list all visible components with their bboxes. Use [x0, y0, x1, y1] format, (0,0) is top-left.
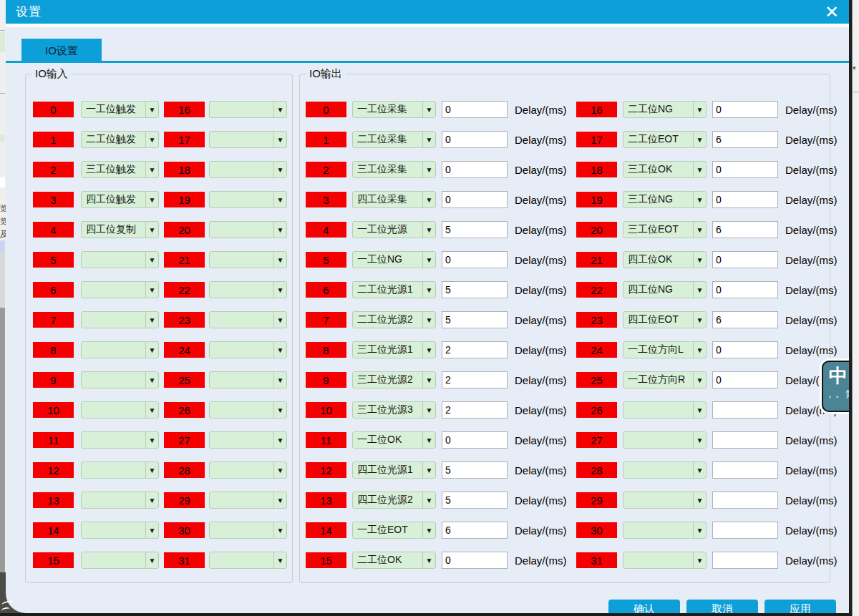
delay-input[interactable] [712, 492, 778, 509]
delay-input[interactable] [442, 401, 508, 419]
delay-input[interactable] [442, 431, 508, 449]
confirm-button[interactable]: 确认 [608, 600, 680, 613]
io-function-select[interactable]: 一工位OK▼ [352, 431, 436, 449]
io-function-select[interactable]: ▼ [81, 371, 159, 388]
io-function-select[interactable]: 一工位触发▼ [81, 101, 159, 118]
io-function-select[interactable]: 一工位方向R▼ [623, 371, 707, 388]
delay-input[interactable] [712, 221, 778, 238]
io-function-select[interactable]: ▼ [81, 341, 159, 358]
delay-input[interactable] [712, 371, 778, 388]
io-function-select[interactable]: ▼ [209, 341, 287, 358]
delay-input[interactable] [712, 401, 778, 419]
io-function-select[interactable]: ▼ [209, 492, 287, 509]
io-function-select[interactable]: 四工位采集▼ [352, 191, 436, 208]
delay-input[interactable] [442, 161, 508, 178]
delay-input[interactable] [712, 281, 778, 298]
io-function-select[interactable]: ▼ [209, 251, 287, 268]
delay-input[interactable] [442, 311, 508, 328]
io-function-select[interactable]: ▼ [81, 461, 159, 479]
io-function-select[interactable]: ▼ [209, 461, 287, 479]
io-function-select[interactable]: 一工位采集▼ [352, 101, 436, 118]
delay-input[interactable] [442, 461, 508, 479]
delay-input[interactable] [712, 251, 778, 268]
delay-input[interactable] [442, 191, 508, 208]
io-function-select[interactable]: ▼ [209, 101, 287, 118]
delay-input[interactable] [712, 101, 778, 118]
cancel-button[interactable]: 取消 [686, 600, 758, 613]
delay-input[interactable] [442, 492, 508, 509]
delay-input[interactable] [442, 371, 508, 388]
delay-input[interactable] [712, 191, 778, 208]
io-function-select[interactable]: 四工位OK▼ [623, 251, 707, 268]
io-function-select[interactable]: ▼ [81, 522, 159, 539]
io-function-select[interactable]: 四工位复制▼ [81, 221, 159, 238]
io-function-select[interactable]: ▼ [81, 552, 159, 569]
delay-input[interactable] [712, 431, 778, 449]
delay-input[interactable] [442, 552, 508, 569]
io-function-select[interactable]: ▼ [209, 221, 287, 238]
io-function-select[interactable]: 四工位EOT▼ [623, 311, 707, 328]
io-function-select[interactable]: 三工位光源2▼ [352, 371, 436, 388]
io-function-select[interactable]: ▼ [81, 311, 159, 328]
tab-io-settings[interactable]: IO设置 [21, 39, 102, 63]
io-function-select[interactable]: ▼ [209, 552, 287, 569]
delay-input[interactable] [712, 341, 778, 358]
io-function-select[interactable]: 三工位NG▼ [623, 191, 707, 208]
io-function-select[interactable]: 三工位触发▼ [81, 161, 159, 178]
io-function-select[interactable]: 二工位光源2▼ [352, 311, 436, 328]
io-function-select[interactable]: ▼ [623, 431, 707, 449]
io-function-select[interactable]: ▼ [209, 371, 287, 388]
delay-input[interactable] [442, 101, 508, 118]
io-function-select[interactable]: 一工位NG▼ [352, 251, 436, 268]
background-scrollbar[interactable] [852, 0, 859, 616]
delay-input[interactable] [442, 341, 508, 358]
delay-input[interactable] [712, 461, 778, 479]
delay-input[interactable] [442, 522, 508, 539]
io-function-select[interactable]: 二工位EOT▼ [623, 131, 707, 148]
io-function-select[interactable]: ▼ [81, 281, 159, 298]
delay-input[interactable] [712, 552, 778, 569]
io-function-select[interactable]: 三工位EOT▼ [623, 221, 707, 238]
io-function-select[interactable]: ▼ [81, 492, 159, 509]
io-function-select[interactable]: ▼ [209, 161, 287, 178]
io-function-select[interactable]: ▼ [623, 522, 707, 539]
delay-input[interactable] [442, 251, 508, 268]
io-function-select[interactable]: 二工位光源1▼ [352, 281, 436, 298]
io-function-select[interactable]: 四工位光源2▼ [352, 492, 436, 509]
io-function-select[interactable]: ▼ [209, 431, 287, 449]
io-function-select[interactable]: 四工位NG▼ [623, 281, 707, 298]
delay-input[interactable] [442, 221, 508, 238]
io-function-select[interactable]: ▼ [623, 461, 707, 479]
scroll-down-icon[interactable]: ▾ [853, 64, 856, 72]
io-function-select[interactable]: ▼ [209, 191, 287, 208]
io-function-select[interactable]: 三工位OK▼ [623, 161, 707, 178]
io-function-select[interactable]: ▼ [209, 131, 287, 148]
delay-input[interactable] [712, 161, 778, 178]
io-function-select[interactable]: 一工位光源▼ [352, 221, 436, 238]
io-function-select[interactable]: 一工位方向L▼ [623, 341, 707, 358]
io-function-select[interactable]: ▼ [623, 492, 707, 509]
delay-input[interactable] [712, 522, 778, 539]
io-function-select[interactable]: ▼ [81, 431, 159, 449]
io-function-select[interactable]: 四工位光源1▼ [352, 461, 436, 479]
apply-button[interactable]: 应用 [765, 600, 836, 613]
io-function-select[interactable]: 二工位NG▼ [623, 101, 707, 118]
io-function-select[interactable]: 二工位采集▼ [352, 131, 436, 148]
io-function-select[interactable]: 三工位光源3▼ [352, 401, 436, 419]
delay-input[interactable] [442, 131, 508, 148]
delay-input[interactable] [712, 131, 778, 148]
io-function-select[interactable]: 四工位触发▼ [81, 191, 159, 208]
io-function-select[interactable]: ▼ [209, 281, 287, 298]
io-function-select[interactable]: ▼ [209, 401, 287, 419]
io-function-select[interactable]: 三工位采集▼ [352, 161, 436, 178]
io-function-select[interactable]: ▼ [209, 522, 287, 539]
io-function-select[interactable]: 二工位触发▼ [81, 131, 159, 148]
io-function-select[interactable]: ▼ [81, 251, 159, 268]
io-function-select[interactable]: ▼ [81, 401, 159, 419]
io-function-select[interactable]: 一工位EOT▼ [352, 522, 436, 539]
close-icon[interactable]: ✕ [825, 4, 839, 21]
delay-input[interactable] [442, 281, 508, 298]
io-function-select[interactable]: ▼ [209, 311, 287, 328]
io-function-select[interactable]: ▼ [623, 401, 707, 419]
io-function-select[interactable]: 二工位OK▼ [352, 552, 436, 569]
